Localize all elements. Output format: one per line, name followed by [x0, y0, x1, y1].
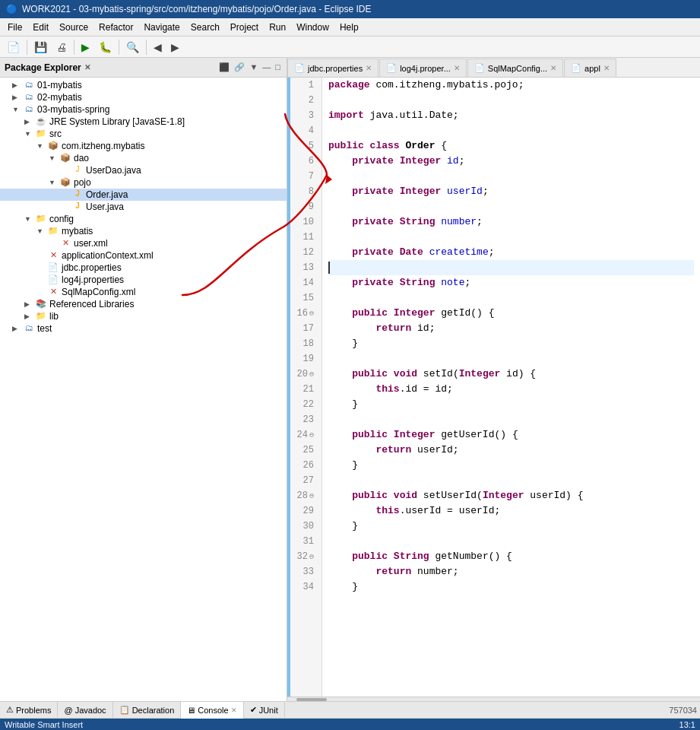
line-num-24: 24 — [292, 427, 317, 443]
tree-item-log4jprops[interactable]: 📄 log4j.properties — [0, 274, 287, 286]
code-line-34: } — [328, 579, 694, 595]
tree-item-03-mybatis-spring[interactable]: ▼ 🗂 03-mybatis-spring — [0, 103, 287, 116]
scrollbar-thumb — [296, 698, 327, 701]
toolbar-back[interactable]: ◀ — [150, 39, 166, 56]
arrow-reflibs: ▶ — [24, 300, 35, 308]
package-explorer-label: Package Explorer — [5, 62, 81, 73]
line-num-31: 31 — [292, 534, 317, 549]
line-num-5: 5 — [292, 138, 317, 154]
tree-item-dao[interactable]: ▼ 📦 dao — [0, 152, 287, 164]
tab-log4j[interactable]: 📄 log4j.proper... ✕ — [379, 59, 467, 77]
tree-item-userxml[interactable]: ✕ user.xml — [0, 237, 287, 249]
menu-run[interactable]: Run — [264, 21, 290, 34]
menu-navigate[interactable]: Navigate — [139, 21, 184, 34]
tab-close[interactable]: ✕ — [454, 64, 460, 72]
tree-item-02-mybatis[interactable]: ▶ 🗂 02-mybatis — [0, 91, 287, 103]
pe-menu[interactable]: ▼ — [248, 62, 259, 73]
tree-item-order-java[interactable]: J Order.java — [0, 189, 287, 201]
code-line-25: return userId; — [328, 443, 694, 458]
tree-item-config[interactable]: ▼ 📁 config — [0, 213, 287, 225]
tree-item-01-mybatis[interactable]: ▶ 🗂 01-mybatis — [0, 79, 287, 91]
label-02-mybatis: 02-mybatis — [37, 92, 82, 103]
tree-item-com-itzheng[interactable]: ▼ 📦 com.itzheng.mybatis — [0, 140, 287, 152]
pe-maximize[interactable]: □ — [274, 62, 282, 73]
tab-jdbc-properties[interactable]: 📄 jdbc.properties ✕ — [287, 59, 379, 77]
toolbar-forward[interactable]: ▶ — [167, 39, 183, 56]
menu-edit[interactable]: Edit — [28, 21, 53, 34]
bottom-panel: ⚠ Problems @ Javadoc 📋 Declaration 🖥 Con… — [0, 701, 700, 730]
label-01-mybatis: 01-mybatis — [37, 80, 82, 90]
package-explorer-close[interactable]: ✕ — [84, 63, 90, 71]
code-line-18: } — [328, 336, 694, 351]
menu-search[interactable]: Search — [186, 21, 224, 34]
tree-item-jre[interactable]: ▶ ☕ JRE System Library [JavaSE-1.8] — [0, 116, 287, 128]
arrow-src: ▼ — [24, 130, 35, 138]
pe-link[interactable]: 🔗 — [233, 62, 246, 73]
code-line-29: this.userId = userId; — [328, 503, 694, 519]
tab-javadoc-label: Javadoc — [75, 706, 106, 715]
menu-window[interactable]: Window — [292, 21, 334, 34]
tab-console[interactable]: 🖥 Console ✕ — [181, 702, 243, 719]
toolbar-new[interactable]: 📄 — [3, 39, 24, 56]
line-num-22: 22 — [292, 397, 317, 412]
tab-close[interactable]: ✕ — [366, 64, 372, 72]
label-user-java: User.java — [86, 202, 124, 212]
tab-label: appl — [584, 64, 600, 73]
line-num-12: 12 — [292, 245, 317, 260]
arrow-03-mybatis-spring: ▼ — [12, 106, 23, 113]
xml-file-icon: ✕ — [47, 287, 59, 297]
tree-item-sqlmapxml[interactable]: ✕ SqlMapConfig.xml — [0, 286, 287, 298]
line-num-2: 2 — [292, 93, 317, 108]
java-file-icon: J — [71, 202, 84, 212]
tab-sqlmapconfig[interactable]: 📄 SqlMapConfig... ✕ — [467, 59, 563, 77]
code-editor[interactable]: 1 2 3 4 5 6 7 8 9 10 11 12 13 14 15 16 1 — [287, 78, 700, 697]
tab-close[interactable]: ✕ — [550, 64, 556, 72]
java-file-icon: J — [71, 165, 84, 176]
arrow-test: ▶ — [12, 325, 23, 332]
toolbar-debug[interactable]: 🐛 — [95, 39, 116, 56]
tree-item-reflibs[interactable]: ▶ 📚 Referenced Libraries — [0, 298, 287, 310]
tab-problems[interactable]: ⚠ Problems — [0, 702, 58, 719]
menu-file[interactable]: File — [3, 21, 27, 34]
main-content: Package Explorer ✕ ⬛ 🔗 ▼ — □ ▶ 🗂 01-m — [0, 58, 700, 730]
line-num-8: 8 — [292, 184, 317, 199]
tree-item-mybatis[interactable]: ▼ 📁 mybatis — [0, 225, 287, 237]
code-line-20: public void setId(Integer id) { — [328, 367, 694, 382]
pe-minimize[interactable]: — — [261, 62, 272, 73]
line-num-1: 1 — [292, 78, 317, 93]
tree-item-userdao[interactable]: J UserDao.java — [0, 164, 287, 176]
tree-item-lib[interactable]: ▶ 📁 lib — [0, 310, 287, 322]
menu-source[interactable]: Source — [55, 21, 93, 34]
line-numbers: 1 2 3 4 5 6 7 8 9 10 11 12 13 14 15 16 1 — [287, 78, 322, 697]
menu-help[interactable]: Help — [335, 21, 363, 34]
label-03-mybatis-spring: 03-mybatis-spring — [37, 104, 109, 115]
tab-console-close[interactable]: ✕ — [231, 706, 237, 714]
code-content[interactable]: package com.itzheng.mybatis.pojo; import… — [322, 78, 700, 697]
tab-javadoc[interactable]: @ Javadoc — [58, 702, 112, 719]
label-dao: dao — [74, 153, 89, 163]
code-line-9 — [328, 199, 694, 214]
toolbar-search[interactable]: 🔍 — [122, 39, 143, 56]
arrow-jre: ▶ — [24, 118, 35, 125]
menu-project[interactable]: Project — [226, 21, 263, 34]
toolbar-print[interactable]: 🖨 — [52, 39, 71, 56]
tab-appl[interactable]: 📄 appl ✕ — [564, 59, 616, 77]
tree-item-jdbcprops[interactable]: 📄 jdbc.properties — [0, 262, 287, 274]
tree-item-test[interactable]: ▶ 🗂 test — [0, 322, 287, 335]
tab-declaration[interactable]: 📋 Declaration — [113, 702, 182, 719]
line-num-11: 11 — [292, 230, 317, 245]
project-icon: 🗂 — [23, 323, 35, 334]
line-num-28: 28 — [292, 488, 317, 503]
app-icon: 🔵 — [6, 4, 17, 14]
tree-item-user-java[interactable]: J User.java — [0, 201, 287, 213]
tab-junit[interactable]: ✔ JUnit — [244, 702, 285, 719]
toolbar-run[interactable]: ▶ — [78, 39, 93, 56]
tab-close[interactable]: ✕ — [603, 64, 610, 72]
toolbar-save[interactable]: 💾 — [30, 39, 51, 56]
tree-item-src[interactable]: ▼ 📁 src — [0, 128, 287, 140]
tree-item-appcontext[interactable]: ✕ applicationContext.xml — [0, 249, 287, 262]
tree-item-pojo[interactable]: ▼ 📦 pojo — [0, 176, 287, 189]
pe-collapse-all[interactable]: ⬛ — [217, 62, 231, 73]
menu-refactor[interactable]: Refactor — [94, 21, 138, 34]
line-num-30: 30 — [292, 519, 317, 534]
